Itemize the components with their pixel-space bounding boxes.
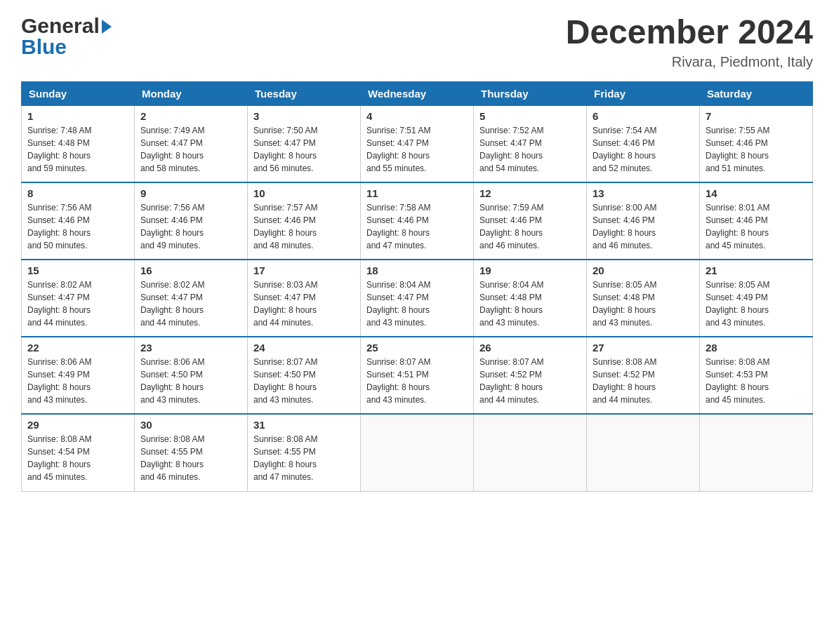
calendar-day-cell: 27 Sunrise: 8:08 AM Sunset: 4:52 PM Dayl… — [587, 337, 700, 414]
calendar-day-cell: 25 Sunrise: 8:07 AM Sunset: 4:51 PM Dayl… — [361, 337, 474, 414]
day-info: Sunrise: 8:04 AM Sunset: 4:47 PM Dayligh… — [366, 279, 468, 329]
header-tuesday: Tuesday — [248, 81, 361, 105]
calendar-day-cell: 5 Sunrise: 7:52 AM Sunset: 4:47 PM Dayli… — [474, 105, 587, 182]
day-info: Sunrise: 7:56 AM Sunset: 4:46 PM Dayligh… — [27, 201, 128, 252]
calendar-day-cell: 21 Sunrise: 8:05 AM Sunset: 4:49 PM Dayl… — [700, 260, 813, 337]
calendar-day-cell: 20 Sunrise: 8:05 AM Sunset: 4:48 PM Dayl… — [587, 260, 700, 337]
day-info: Sunrise: 8:08 AM Sunset: 4:54 PM Dayligh… — [27, 433, 128, 483]
header-sunday: Sunday — [22, 81, 135, 105]
day-info: Sunrise: 7:55 AM Sunset: 4:46 PM Dayligh… — [706, 124, 807, 175]
calendar-day-cell: 9 Sunrise: 7:56 AM Sunset: 4:46 PM Dayli… — [135, 182, 248, 260]
calendar-day-cell: 15 Sunrise: 8:02 AM Sunset: 4:47 PM Dayl… — [22, 260, 135, 337]
day-number: 25 — [366, 342, 468, 354]
calendar-week-row: 1 Sunrise: 7:48 AM Sunset: 4:48 PM Dayli… — [22, 105, 813, 182]
day-info: Sunrise: 8:08 AM Sunset: 4:52 PM Dayligh… — [593, 356, 694, 406]
logo: General Blue — [21, 14, 112, 59]
day-info: Sunrise: 8:06 AM Sunset: 4:50 PM Dayligh… — [140, 356, 241, 406]
calendar-day-cell: 19 Sunrise: 8:04 AM Sunset: 4:48 PM Dayl… — [474, 260, 587, 337]
calendar-day-cell: 17 Sunrise: 8:03 AM Sunset: 4:47 PM Dayl… — [248, 260, 361, 337]
day-info: Sunrise: 8:07 AM Sunset: 4:52 PM Dayligh… — [479, 356, 581, 406]
day-number: 12 — [479, 187, 581, 199]
calendar-day-cell: 26 Sunrise: 8:07 AM Sunset: 4:52 PM Dayl… — [474, 337, 587, 414]
day-number: 22 — [27, 342, 128, 354]
day-info: Sunrise: 7:54 AM Sunset: 4:46 PM Dayligh… — [593, 124, 694, 175]
day-number: 23 — [140, 342, 241, 354]
header-monday: Monday — [135, 81, 248, 105]
day-info: Sunrise: 8:08 AM Sunset: 4:53 PM Dayligh… — [706, 356, 807, 406]
calendar-day-cell — [474, 414, 587, 491]
calendar-week-row: 8 Sunrise: 7:56 AM Sunset: 4:46 PM Dayli… — [22, 182, 813, 260]
day-number: 14 — [706, 187, 807, 199]
header-saturday: Saturday — [700, 81, 813, 105]
day-number: 19 — [479, 264, 581, 276]
day-number: 31 — [253, 419, 355, 431]
day-info: Sunrise: 7:51 AM Sunset: 4:47 PM Dayligh… — [366, 124, 468, 175]
day-number: 21 — [706, 264, 807, 276]
calendar-day-cell — [587, 414, 700, 491]
day-info: Sunrise: 8:04 AM Sunset: 4:48 PM Dayligh… — [479, 279, 581, 329]
calendar-day-cell: 23 Sunrise: 8:06 AM Sunset: 4:50 PM Dayl… — [135, 337, 248, 414]
calendar-day-cell: 14 Sunrise: 8:01 AM Sunset: 4:46 PM Dayl… — [700, 182, 813, 260]
calendar-day-cell: 2 Sunrise: 7:49 AM Sunset: 4:47 PM Dayli… — [135, 105, 248, 182]
day-number: 7 — [706, 110, 807, 122]
calendar-day-cell: 30 Sunrise: 8:08 AM Sunset: 4:55 PM Dayl… — [135, 414, 248, 491]
day-info: Sunrise: 7:58 AM Sunset: 4:46 PM Dayligh… — [366, 201, 468, 252]
day-number: 28 — [706, 342, 807, 354]
calendar-day-cell: 28 Sunrise: 8:08 AM Sunset: 4:53 PM Dayl… — [700, 337, 813, 414]
calendar-day-cell: 11 Sunrise: 7:58 AM Sunset: 4:46 PM Dayl… — [361, 182, 474, 260]
day-info: Sunrise: 7:49 AM Sunset: 4:47 PM Dayligh… — [140, 124, 241, 175]
day-number: 6 — [593, 110, 694, 122]
calendar-week-row: 15 Sunrise: 8:02 AM Sunset: 4:47 PM Dayl… — [22, 260, 813, 337]
day-number: 30 — [140, 419, 241, 431]
calendar-day-cell: 16 Sunrise: 8:02 AM Sunset: 4:47 PM Dayl… — [135, 260, 248, 337]
day-info: Sunrise: 7:56 AM Sunset: 4:46 PM Dayligh… — [140, 201, 241, 252]
day-number: 27 — [593, 342, 694, 354]
calendar-day-cell: 8 Sunrise: 7:56 AM Sunset: 4:46 PM Dayli… — [22, 182, 135, 260]
calendar-week-row: 29 Sunrise: 8:08 AM Sunset: 4:54 PM Dayl… — [22, 414, 813, 491]
day-number: 10 — [253, 187, 355, 199]
day-number: 2 — [140, 110, 241, 122]
header-friday: Friday — [587, 81, 700, 105]
calendar-day-cell: 3 Sunrise: 7:50 AM Sunset: 4:47 PM Dayli… — [248, 105, 361, 182]
day-number: 29 — [27, 419, 128, 431]
day-info: Sunrise: 8:07 AM Sunset: 4:50 PM Dayligh… — [253, 356, 355, 406]
day-info: Sunrise: 7:50 AM Sunset: 4:47 PM Dayligh… — [253, 124, 355, 175]
day-number: 17 — [253, 264, 355, 276]
day-number: 26 — [479, 342, 581, 354]
calendar-day-cell: 12 Sunrise: 7:59 AM Sunset: 4:46 PM Dayl… — [474, 182, 587, 260]
day-number: 24 — [253, 342, 355, 354]
calendar-day-cell — [700, 414, 813, 491]
day-number: 9 — [140, 187, 241, 199]
header-thursday: Thursday — [474, 81, 587, 105]
logo-general-text: General — [21, 14, 100, 38]
page-header: General Blue December 2024 Rivara, Piedm… — [21, 14, 813, 70]
calendar-title: December 2024 — [566, 14, 813, 51]
day-number: 16 — [140, 264, 241, 276]
calendar-day-cell: 7 Sunrise: 7:55 AM Sunset: 4:46 PM Dayli… — [700, 105, 813, 182]
calendar-day-cell: 10 Sunrise: 7:57 AM Sunset: 4:46 PM Dayl… — [248, 182, 361, 260]
day-number: 8 — [27, 187, 128, 199]
day-info: Sunrise: 8:03 AM Sunset: 4:47 PM Dayligh… — [253, 279, 355, 329]
day-info: Sunrise: 7:52 AM Sunset: 4:47 PM Dayligh… — [479, 124, 581, 175]
day-info: Sunrise: 7:59 AM Sunset: 4:46 PM Dayligh… — [479, 201, 581, 252]
calendar-day-cell: 29 Sunrise: 8:08 AM Sunset: 4:54 PM Dayl… — [22, 414, 135, 491]
calendar-subtitle: Rivara, Piedmont, Italy — [566, 54, 813, 70]
day-info: Sunrise: 7:57 AM Sunset: 4:46 PM Dayligh… — [253, 201, 355, 252]
day-info: Sunrise: 8:07 AM Sunset: 4:51 PM Dayligh… — [366, 356, 468, 406]
day-info: Sunrise: 7:48 AM Sunset: 4:48 PM Dayligh… — [27, 124, 128, 175]
day-info: Sunrise: 8:05 AM Sunset: 4:48 PM Dayligh… — [593, 279, 694, 329]
calendar-day-cell: 13 Sunrise: 8:00 AM Sunset: 4:46 PM Dayl… — [587, 182, 700, 260]
logo-blue-text: Blue — [21, 35, 112, 59]
calendar-day-cell: 6 Sunrise: 7:54 AM Sunset: 4:46 PM Dayli… — [587, 105, 700, 182]
day-number: 3 — [253, 110, 355, 122]
day-number: 13 — [593, 187, 694, 199]
day-number: 5 — [479, 110, 581, 122]
day-number: 4 — [366, 110, 468, 122]
calendar-day-cell: 1 Sunrise: 7:48 AM Sunset: 4:48 PM Dayli… — [22, 105, 135, 182]
calendar-day-cell — [361, 414, 474, 491]
calendar-day-cell: 24 Sunrise: 8:07 AM Sunset: 4:50 PM Dayl… — [248, 337, 361, 414]
day-info: Sunrise: 8:08 AM Sunset: 4:55 PM Dayligh… — [253, 433, 355, 483]
day-number: 18 — [366, 264, 468, 276]
day-info: Sunrise: 8:08 AM Sunset: 4:55 PM Dayligh… — [140, 433, 241, 483]
title-section: December 2024 Rivara, Piedmont, Italy — [566, 14, 813, 70]
